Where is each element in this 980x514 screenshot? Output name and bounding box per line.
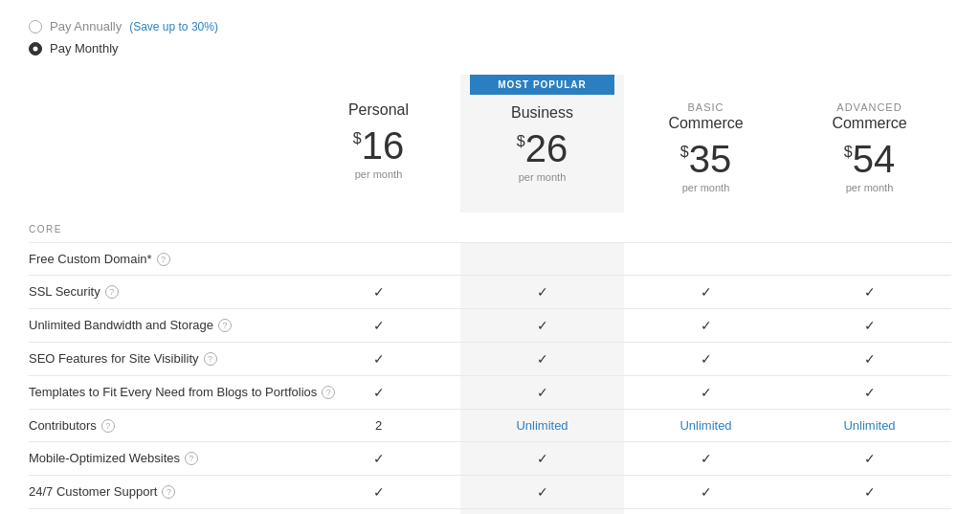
- question-icon[interactable]: ?: [185, 452, 198, 465]
- question-icon[interactable]: ?: [157, 253, 170, 266]
- feature-value-col3-row5: Unlimited: [788, 409, 951, 441]
- check-icon: ✓: [701, 284, 712, 300]
- price-period-business: per month: [470, 171, 614, 183]
- header-col-personal: Personal$16per month: [297, 75, 460, 212]
- feature-value-col1-row8: ✓: [460, 508, 624, 514]
- plan-name-business: Business: [470, 104, 614, 122]
- feature-value-col3-row3: ✓: [788, 342, 951, 375]
- save-badge: (Save up to 30%): [129, 20, 218, 34]
- pay-annually-option[interactable]: Pay Annually (Save up to 30%): [29, 19, 951, 34]
- feature-value-col1-row6: ✓: [460, 441, 624, 475]
- feature-value-col0-row4: ✓: [297, 375, 460, 409]
- plan-name-basic-commerce: Commerce: [634, 115, 778, 132]
- pay-monthly-radio[interactable]: [29, 42, 42, 56]
- feature-value-col1-row5: Unlimited: [460, 409, 624, 441]
- check-icon: ✓: [701, 385, 712, 400]
- empty-header-cell: [29, 75, 297, 212]
- feature-value-col2-row2: ✓: [624, 308, 788, 342]
- feature-label-text: SSL Security?: [29, 284, 297, 299]
- check-icon: ✓: [373, 451, 385, 466]
- check-icon: ✓: [537, 284, 548, 300]
- section-empty-cell: [624, 212, 788, 242]
- feature-label-8: Basic Website Metrics?: [29, 508, 297, 514]
- check-icon: ✓: [537, 318, 548, 333]
- feature-value-col0-row6: ✓: [297, 441, 460, 475]
- feature-value-col2-row7: ✓: [624, 475, 788, 508]
- feature-value-col3-row6: ✓: [788, 441, 951, 475]
- check-icon: ✓: [373, 318, 385, 333]
- header-col-advanced-commerce: AdvancedCommerce$54per month: [788, 75, 951, 212]
- pay-monthly-label: Pay Monthly: [50, 41, 119, 56]
- feature-label-text: 24/7 Customer Support?: [29, 484, 297, 499]
- price-amount-business: 26: [525, 129, 568, 168]
- feature-value-col0-row3: ✓: [297, 342, 460, 375]
- feature-value-col1-row3: ✓: [460, 342, 624, 375]
- feature-label-4: Templates to Fit Every Need from Blogs t…: [29, 375, 297, 409]
- feature-value-col1-row7: ✓: [460, 475, 624, 508]
- number-value: 2: [375, 418, 382, 433]
- check-icon: ✓: [537, 351, 548, 367]
- check-icon: ✓: [701, 318, 712, 333]
- feature-label-1: SSL Security?: [29, 275, 297, 308]
- price-period-advanced-commerce: per month: [797, 182, 942, 193]
- check-icon: ✓: [537, 385, 548, 400]
- plan-subname-advanced-commerce: Advanced: [797, 101, 942, 113]
- section-label-CORE: CORE: [29, 212, 297, 242]
- feature-label-text: Contributors?: [29, 418, 297, 433]
- feature-label-0: Free Custom Domain*?: [29, 242, 297, 275]
- price-row-business: $26: [470, 129, 614, 168]
- feature-label-text: SEO Features for Site Visibility?: [29, 351, 297, 366]
- check-icon: ✓: [701, 484, 712, 500]
- feature-label-text: Free Custom Domain*?: [29, 252, 297, 266]
- pricing-table: Personal$16per monthMOST POPULARBusiness…: [29, 75, 951, 514]
- section-empty-cell: [297, 212, 460, 242]
- question-icon[interactable]: ?: [218, 319, 232, 332]
- feature-value-col3-row0: [788, 242, 951, 275]
- check-icon: ✓: [864, 284, 876, 300]
- check-icon: ✓: [864, 351, 876, 367]
- feature-value-col3-row7: ✓: [788, 475, 951, 508]
- check-icon: ✓: [864, 451, 876, 466]
- pay-monthly-option[interactable]: Pay Monthly: [29, 41, 951, 56]
- price-dollar-business: $: [517, 133, 525, 150]
- check-icon: ✓: [373, 385, 385, 400]
- feature-value-col0-row5: 2: [297, 409, 460, 441]
- feature-value-col1-row1: ✓: [460, 275, 624, 308]
- question-icon[interactable]: ?: [101, 419, 115, 433]
- feature-value-col0-row7: ✓: [297, 475, 460, 508]
- price-amount-basic-commerce: 35: [689, 140, 732, 178]
- check-icon: ✓: [373, 284, 385, 300]
- feature-value-col3-row4: ✓: [788, 375, 951, 409]
- check-icon: ✓: [701, 351, 712, 367]
- price-period-personal: per month: [306, 168, 451, 180]
- feature-value-col2-row0: [624, 242, 788, 275]
- check-icon: ✓: [864, 385, 876, 400]
- feature-value-col2-row1: ✓: [624, 275, 788, 308]
- check-icon: ✓: [864, 484, 876, 500]
- price-row-advanced-commerce: $54: [797, 140, 942, 178]
- check-icon: ✓: [537, 484, 548, 500]
- pay-annually-radio[interactable]: [29, 20, 42, 34]
- check-icon: ✓: [864, 318, 876, 333]
- check-icon: ✓: [701, 451, 712, 466]
- unlimited-text: Unlimited: [843, 418, 895, 433]
- section-empty-cell: [460, 212, 624, 242]
- price-dollar-personal: $: [353, 130, 362, 147]
- feature-value-col0-row8: ✓: [297, 508, 460, 514]
- question-icon[interactable]: ?: [162, 485, 175, 499]
- price-row-personal: $16: [306, 126, 451, 165]
- billing-toggle: Pay Annually (Save up to 30%) Pay Monthl…: [29, 19, 951, 56]
- pricing-page: Pay Annually (Save up to 30%) Pay Monthl…: [0, 0, 980, 514]
- feature-value-col2-row3: ✓: [624, 342, 788, 375]
- feature-value-col3-row1: ✓: [788, 275, 951, 308]
- unlimited-text: Unlimited: [679, 418, 731, 433]
- feature-label-2: Unlimited Bandwidth and Storage?: [29, 308, 297, 342]
- feature-value-col0-row2: ✓: [297, 308, 460, 342]
- feature-value-col0-row1: ✓: [297, 275, 460, 308]
- check-icon: ✓: [373, 351, 385, 367]
- question-icon[interactable]: ?: [204, 352, 217, 366]
- feature-value-col2-row6: ✓: [624, 441, 788, 475]
- feature-value-col1-row2: ✓: [460, 308, 624, 342]
- question-icon[interactable]: ?: [105, 285, 119, 299]
- unlimited-text: Unlimited: [516, 418, 568, 433]
